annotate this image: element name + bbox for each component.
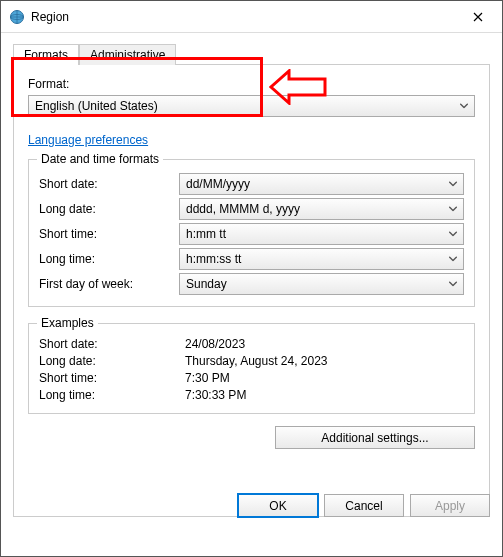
ex-long-time-value: 7:30:33 PM	[179, 388, 464, 402]
select-value: Sunday	[186, 277, 227, 291]
long-time-select[interactable]: h:mm:ss tt	[179, 248, 464, 270]
button-label: Apply	[435, 499, 465, 513]
button-label: OK	[269, 499, 286, 513]
language-preferences-link[interactable]: Language preferences	[28, 133, 148, 147]
tab-label: Administrative	[90, 48, 165, 62]
globe-icon	[9, 9, 25, 25]
titlebar: Region	[1, 1, 502, 33]
close-button[interactable]	[456, 2, 500, 32]
format-label: Format:	[28, 77, 69, 91]
long-time-label: Long time:	[39, 252, 179, 266]
short-date-label: Short date:	[39, 177, 179, 191]
region-dialog: Region Formats Administrative Format: En…	[0, 0, 503, 557]
first-day-select[interactable]: Sunday	[179, 273, 464, 295]
cancel-button[interactable]: Cancel	[324, 494, 404, 517]
window-title: Region	[31, 10, 456, 24]
ex-long-time-label: Long time:	[39, 388, 179, 402]
ex-short-date-label: Short date:	[39, 337, 179, 351]
short-date-select[interactable]: dd/MM/yyyy	[179, 173, 464, 195]
tab-label: Formats	[24, 48, 68, 62]
chevron-down-icon	[449, 282, 457, 287]
ex-short-time-value: 7:30 PM	[179, 371, 464, 385]
group-legend: Examples	[37, 316, 98, 330]
tab-strip: Formats Administrative	[13, 43, 490, 65]
examples-group: Examples Short date:24/08/2023 Long date…	[28, 323, 475, 414]
ex-long-date-value: Thursday, August 24, 2023	[179, 354, 464, 368]
date-time-formats-group: Date and time formats Short date:dd/MM/y…	[28, 159, 475, 307]
button-label: Cancel	[345, 499, 382, 513]
short-time-select[interactable]: h:mm tt	[179, 223, 464, 245]
dialog-body: Formats Administrative Format: English (…	[1, 33, 502, 529]
dialog-footer: OK Cancel Apply	[232, 494, 490, 517]
format-value: English (United States)	[35, 99, 158, 113]
short-time-label: Short time:	[39, 227, 179, 241]
select-value: h:mm:ss tt	[186, 252, 241, 266]
chevron-down-icon	[460, 104, 468, 109]
additional-settings-button[interactable]: Additional settings...	[275, 426, 475, 449]
chevron-down-icon	[449, 182, 457, 187]
ex-short-time-label: Short time:	[39, 371, 179, 385]
button-label: Additional settings...	[321, 431, 428, 445]
formats-panel: Format: English (United States) Language…	[13, 65, 490, 517]
format-select[interactable]: English (United States)	[28, 95, 475, 117]
chevron-down-icon	[449, 207, 457, 212]
tab-formats[interactable]: Formats	[13, 44, 79, 65]
chevron-down-icon	[449, 257, 457, 262]
ex-long-date-label: Long date:	[39, 354, 179, 368]
first-day-label: First day of week:	[39, 277, 179, 291]
long-date-select[interactable]: dddd, MMMM d, yyyy	[179, 198, 464, 220]
tab-administrative[interactable]: Administrative	[79, 44, 176, 65]
long-date-label: Long date:	[39, 202, 179, 216]
select-value: dd/MM/yyyy	[186, 177, 250, 191]
chevron-down-icon	[449, 232, 457, 237]
apply-button: Apply	[410, 494, 490, 517]
ex-short-date-value: 24/08/2023	[179, 337, 464, 351]
select-value: h:mm tt	[186, 227, 226, 241]
ok-button[interactable]: OK	[238, 494, 318, 517]
select-value: dddd, MMMM d, yyyy	[186, 202, 300, 216]
group-legend: Date and time formats	[37, 152, 163, 166]
